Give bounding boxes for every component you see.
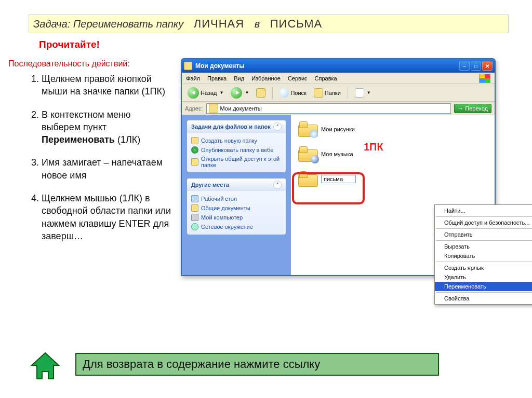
separator — [436, 262, 532, 262]
folder-icon — [314, 88, 323, 98]
folder-icon — [191, 158, 198, 166]
ctx-cut[interactable]: Вырезать — [435, 242, 532, 251]
toolbar: Назад▼ ▼ Поиск Папки ▼ — [182, 84, 495, 102]
step-2: В контекстном меню выберем пункт Переиме… — [42, 108, 172, 146]
chevron-down-icon: ▼ — [367, 90, 371, 95]
globe-icon — [191, 146, 198, 154]
step-1: Щелкнем правой кнопкой мыши на значке па… — [42, 73, 172, 98]
panel-header[interactable]: Другие места ˄ — [187, 179, 286, 191]
back-button[interactable]: Назад▼ — [185, 86, 226, 100]
folder-up-icon — [256, 88, 265, 98]
folder-letters[interactable]: письма — [296, 170, 489, 188]
folders-button[interactable]: Папки — [311, 87, 343, 99]
maximize-button[interactable]: □ — [471, 61, 481, 71]
link-desktop[interactable]: Рабочий стол — [191, 194, 282, 203]
sidebar: Задачи для файлов и папок ˄ Создать нову… — [182, 115, 291, 275]
separator — [272, 87, 273, 99]
close-button[interactable]: ✕ — [482, 61, 493, 71]
chevron-down-icon: ▼ — [220, 90, 224, 95]
forward-icon — [231, 87, 242, 99]
menu-file[interactable]: Файл — [186, 75, 200, 81]
windows-logo-icon — [479, 74, 490, 83]
folder-icon — [298, 146, 317, 162]
link-shared[interactable]: Общие документы — [191, 203, 282, 213]
task-text: Переименовать папку — [73, 18, 183, 30]
ctx-shortcut[interactable]: Создать ярлык — [435, 263, 532, 272]
folder-music[interactable]: Моя музыка — [296, 145, 489, 163]
up-button[interactable] — [254, 87, 268, 99]
task-mid: в — [255, 18, 260, 30]
folder-icon — [191, 204, 198, 212]
search-button[interactable]: Поиск — [277, 87, 309, 99]
separator — [348, 87, 348, 99]
ctx-share[interactable]: Общий доступ и безопасность... — [435, 218, 532, 227]
separator — [436, 216, 532, 217]
desktop-icon — [191, 195, 198, 202]
home-icon[interactable] — [29, 351, 62, 381]
address-bar: Адрес: Мои документы → Переход — [182, 102, 495, 115]
panel-header[interactable]: Задачи для файлов и папок ˄ — [187, 120, 286, 133]
menu-help[interactable]: Справка — [315, 75, 337, 81]
address-label: Адрес: — [185, 105, 203, 112]
menu-fav[interactable]: Избранное — [251, 75, 281, 81]
panel-file-tasks: Задачи для файлов и папок ˄ Создать нову… — [187, 120, 286, 172]
folder-pictures[interactable]: Мои рисунки — [296, 120, 489, 138]
panel-other-places: Другие места ˄ Рабочий стол Общие докуме… — [187, 179, 286, 235]
separator — [436, 228, 532, 229]
menu-edit[interactable]: Правка — [207, 75, 227, 81]
search-icon — [280, 88, 289, 98]
separator — [436, 292, 532, 293]
forward-button[interactable]: ▼ — [228, 86, 251, 100]
titlebar[interactable]: Мои документы – □ ✕ — [182, 59, 495, 73]
back-link-text: Для возврата в содержание нажмите ссылку — [83, 358, 320, 371]
ctx-rename[interactable]: Переименовать — [435, 282, 532, 291]
views-button[interactable]: ▼ — [352, 87, 374, 99]
task-from: ЛИЧНАЯ — [187, 17, 251, 30]
link-publish[interactable]: Опубликовать папку в вебе — [191, 145, 282, 155]
minimize-button[interactable]: – — [459, 61, 470, 71]
link-share[interactable]: Открыть общий доступ к этой папке — [191, 155, 282, 169]
explorer-window: Мои документы – □ ✕ Файл Правка Вид Избр… — [181, 58, 496, 276]
ctx-props[interactable]: Свойства — [435, 294, 532, 303]
content-area[interactable]: Мои рисунки Моя музыка письма Найти... О… — [291, 115, 495, 275]
step-4: Щелкнем мышью (1ЛК) в свободной области … — [42, 192, 172, 242]
chevron-up-icon: ˄ — [273, 122, 282, 131]
window-title: Мои документы — [195, 62, 244, 70]
link-mycomputer[interactable]: Мой компьютер — [191, 213, 282, 222]
menubar: Файл Правка Вид Избранное Сервис Справка — [182, 73, 495, 84]
back-icon — [188, 87, 199, 99]
folder-icon — [184, 62, 192, 70]
link-network[interactable]: Сетевое окружение — [191, 222, 282, 231]
menu-view[interactable]: Вид — [234, 75, 244, 81]
folder-icon — [298, 171, 317, 187]
ctx-send[interactable]: Отправить▶ — [435, 230, 532, 239]
back-link-bar[interactable]: Для возврата в содержание нажмите ссылку — [75, 353, 439, 376]
network-icon — [191, 223, 198, 230]
computer-icon — [191, 214, 198, 221]
annotation-rclick: 1ПК — [364, 141, 383, 153]
menu-tools[interactable]: Сервис — [288, 75, 308, 81]
address-value: Мои документы — [220, 105, 262, 112]
views-icon — [355, 88, 364, 98]
chevron-up-icon: ˄ — [273, 181, 282, 189]
read-hint: Прочитайте! — [39, 39, 100, 50]
sequence-label: Последовательность действий: — [8, 59, 130, 68]
go-button[interactable]: → Переход — [454, 104, 491, 113]
folder-icon — [298, 121, 317, 137]
ctx-find[interactable]: Найти... — [435, 206, 532, 215]
task-to: ПИСЬМА — [263, 17, 329, 30]
folder-icon — [209, 104, 218, 113]
context-menu: Найти... Общий доступ и безопасность... … — [434, 204, 532, 305]
chevron-down-icon: ▼ — [245, 90, 249, 95]
task-label: Задача: — [33, 18, 70, 30]
address-field[interactable]: Мои документы — [206, 103, 451, 114]
steps-list: Щелкнем правой кнопкой мыши на значке па… — [29, 73, 172, 253]
arrow-right-icon: → — [458, 105, 463, 112]
separator — [436, 240, 532, 241]
svg-marker-0 — [32, 353, 59, 379]
ctx-copy[interactable]: Копировать — [435, 251, 532, 260]
task-banner: Задача: Переименовать папку ЛИЧНАЯ в ПИС… — [29, 15, 509, 33]
step-3: Имя замигает – напечатаем новое имя — [42, 156, 172, 182]
ctx-delete[interactable]: Удалить — [435, 272, 532, 282]
link-new-folder[interactable]: Создать новую папку — [191, 136, 282, 145]
